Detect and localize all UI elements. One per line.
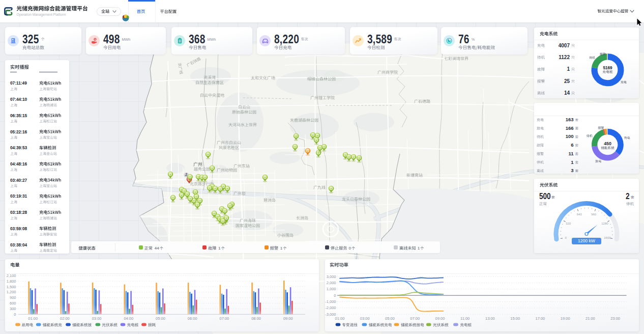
svg-text:07:00: 07:00: [220, 316, 229, 321]
svg-text:600: 600: [10, 301, 16, 305]
svg-text:02:00: 02:00: [60, 316, 70, 321]
svg-text:11:00: 11:00: [460, 316, 470, 321]
svg-text:23:00: 23:00: [610, 316, 620, 321]
svg-text:2: 2: [185, 173, 187, 176]
svg-text:17:00: 17:00: [536, 316, 545, 321]
svg-text:0: 0: [565, 236, 567, 239]
svg-text:640: 640: [577, 213, 582, 216]
svg-text:1,000: 1,000: [327, 287, 336, 291]
svg-text:03:00: 03:00: [92, 316, 102, 321]
svg-text:09:00: 09:00: [435, 316, 445, 321]
svg-text:13:00: 13:00: [485, 316, 495, 321]
svg-text:-1,000: -1,000: [325, 299, 336, 304]
svg-text:1280: 1280: [601, 222, 608, 225]
svg-text:900: 900: [10, 295, 16, 300]
svg-text:06:00: 06:00: [188, 316, 197, 321]
svg-text:0: 0: [334, 293, 336, 298]
svg-text:2,100: 2,100: [7, 273, 16, 278]
svg-text:0: 0: [14, 312, 16, 317]
svg-text:3,000: 3,000: [327, 274, 336, 279]
svg-text:1600: 1600: [604, 236, 611, 239]
svg-text:300: 300: [10, 307, 16, 311]
svg-text:01:00: 01:00: [28, 316, 38, 321]
svg-text:1,200: 1,200: [7, 290, 16, 294]
svg-text:19:00: 19:00: [561, 316, 570, 321]
svg-text:08:00: 08:00: [251, 316, 261, 321]
svg-text:21:00: 21:00: [586, 316, 595, 321]
svg-text:04:00: 04:00: [124, 316, 133, 321]
svg-text:960: 960: [591, 213, 597, 216]
svg-text:15:00: 15:00: [510, 316, 520, 321]
svg-text:07:00: 07:00: [410, 316, 420, 321]
svg-text:01:00: 01:00: [335, 316, 345, 321]
svg-text:2,000: 2,000: [327, 281, 336, 285]
svg-text:09:00: 09:00: [283, 316, 293, 321]
svg-text:1,500: 1,500: [7, 285, 16, 289]
svg-text:-3,000: -3,000: [325, 312, 336, 317]
svg-text:-2,000: -2,000: [325, 305, 336, 310]
svg-text:05:00: 05:00: [156, 316, 165, 321]
svg-text:1,800: 1,800: [7, 279, 16, 284]
svg-text:320: 320: [566, 222, 571, 225]
svg-text:05:00: 05:00: [385, 316, 395, 321]
svg-text:03:00: 03:00: [360, 316, 370, 321]
